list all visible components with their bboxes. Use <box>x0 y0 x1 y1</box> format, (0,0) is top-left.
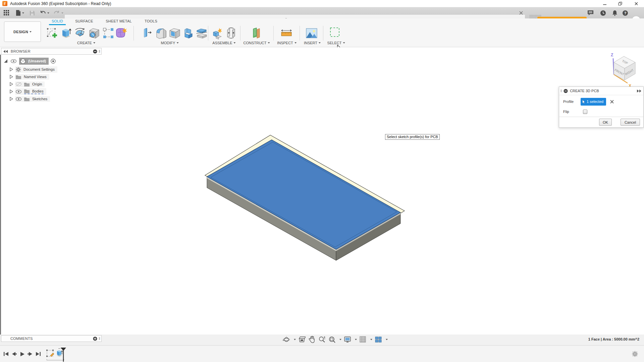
orbit-icon[interactable] <box>282 336 290 344</box>
zoom-icon[interactable] <box>318 336 326 344</box>
navigation-bar <box>282 336 388 344</box>
document-cube-icon <box>20 58 26 64</box>
clear-selection-icon[interactable] <box>610 100 614 104</box>
browser-item-named-views[interactable]: Named Views <box>9 73 57 80</box>
profile-selected-chip[interactable]: 1 selected <box>581 98 606 106</box>
browser-item-bodies[interactable]: Bodies <box>9 88 57 95</box>
go-to-start-icon[interactable] <box>3 350 9 358</box>
create-3d-pcb-dialog: ‖ CREATE 3D PCB Profile 1 selected Flip … <box>559 86 644 128</box>
step-back-icon[interactable] <box>11 350 17 358</box>
expand-dialog-icon[interactable] <box>637 89 641 93</box>
go-to-end-icon[interactable] <box>35 350 42 358</box>
grid-display-icon[interactable] <box>359 336 367 344</box>
select-profile-tooltip: Select sketch profile(s) for PCB <box>385 134 440 140</box>
gear-icon <box>16 67 21 72</box>
browser-item-sketches[interactable]: Sketches <box>9 95 57 103</box>
dialog-grip-icon[interactable]: ‖ <box>560 89 562 93</box>
folder-icon <box>24 97 30 101</box>
bodies-label: Bodies <box>32 89 44 93</box>
visibility-eye-icon[interactable] <box>16 97 21 101</box>
visibility-eye-icon[interactable] <box>16 90 21 94</box>
panel-grip-icon[interactable]: ‖ <box>99 50 100 53</box>
browser-panel-title: BROWSER <box>11 49 31 53</box>
play-icon[interactable] <box>19 350 25 358</box>
expand-arrow-icon[interactable] <box>9 75 13 79</box>
bottom-strip: COMMENTS ‖ 1 Face | <box>0 335 644 345</box>
ok-button[interactable]: OK <box>599 119 612 126</box>
cancel-button[interactable]: Cancel <box>621 119 640 126</box>
flip-checkbox[interactable] <box>583 110 587 114</box>
expand-arrow-icon[interactable] <box>9 67 13 71</box>
panel-plus-icon[interactable] <box>93 337 97 341</box>
expanded-arrow-icon[interactable] <box>3 59 8 63</box>
timeline-playhead-marker[interactable] <box>60 347 66 362</box>
sketches-label: Sketches <box>32 97 47 101</box>
browser-item-origin[interactable]: Origin <box>9 80 57 88</box>
viewports-icon[interactable] <box>374 336 382 344</box>
named-views-label: Named Views <box>24 75 47 79</box>
flip-row: Flip <box>559 107 643 117</box>
view-cube[interactable]: TOP FRONT RIGHT Z X <box>602 50 644 90</box>
pan-hand-icon[interactable] <box>308 336 316 344</box>
browser-panel-header[interactable]: BROWSER ‖ <box>1 48 102 55</box>
expand-arrow-icon[interactable] <box>9 97 13 101</box>
timeline-playback-controls <box>3 350 42 358</box>
comments-panel-header[interactable]: COMMENTS ‖ <box>1 335 102 342</box>
browser-tree: (Unsaved) Document Settings Named Views <box>3 57 57 103</box>
timeline-settings-gear-icon[interactable] <box>632 351 638 357</box>
tooltip-text: Select sketch profile(s) for PCB <box>387 135 438 139</box>
profile-row: Profile 1 selected <box>559 97 643 107</box>
expand-arrow-icon[interactable] <box>9 82 13 86</box>
selection-status-text: 1 Face | Area : 5000.00 mm^2 <box>588 337 639 341</box>
root-selection-highlight[interactable]: (Unsaved) <box>19 58 49 65</box>
folder-icon <box>24 82 30 86</box>
browser-root-row[interactable]: (Unsaved) <box>3 57 57 65</box>
document-settings-label: Document Settings <box>23 67 55 71</box>
timeline-sketch-feature[interactable] <box>46 349 55 358</box>
dialog-footer: OK Cancel <box>559 117 643 127</box>
visibility-eye-icon[interactable] <box>11 59 16 63</box>
bodies-highlight-ants: Bodies <box>24 89 44 94</box>
panel-grip-icon[interactable]: ‖ <box>99 337 100 341</box>
panel-edge-grip[interactable] <box>0 55 1 345</box>
folder-icon <box>16 75 21 79</box>
timeline-bar <box>0 345 644 362</box>
dialog-minus-icon[interactable] <box>564 89 568 93</box>
comments-panel-title: COMMENTS <box>10 337 33 341</box>
dialog-header[interactable]: ‖ CREATE 3D PCB <box>559 87 643 95</box>
flip-label: Flip <box>563 110 581 114</box>
hidden-eye-icon[interactable] <box>16 82 21 86</box>
activate-radio-icon[interactable] <box>51 59 56 64</box>
profile-label: Profile <box>563 100 581 104</box>
look-at-icon[interactable] <box>298 336 306 344</box>
z-axis-label: Z <box>611 53 613 57</box>
dialog-title: CREATE 3D PCB <box>570 89 599 93</box>
browser-item-document-settings[interactable]: Document Settings <box>9 66 57 73</box>
step-forward-icon[interactable] <box>27 350 34 358</box>
expand-arrow-icon[interactable] <box>9 89 13 94</box>
profile-selected-count: 1 selected <box>587 100 603 104</box>
collapse-panel-icon[interactable] <box>3 50 8 53</box>
root-document-label: (Unsaved) <box>28 59 46 63</box>
folder-icon <box>24 89 30 93</box>
origin-label: Origin <box>32 82 42 86</box>
display-settings-icon[interactable] <box>343 336 352 344</box>
panel-minus-icon[interactable] <box>93 49 97 54</box>
select-cursor-icon <box>582 100 586 104</box>
zoom-window-icon[interactable] <box>328 336 336 344</box>
